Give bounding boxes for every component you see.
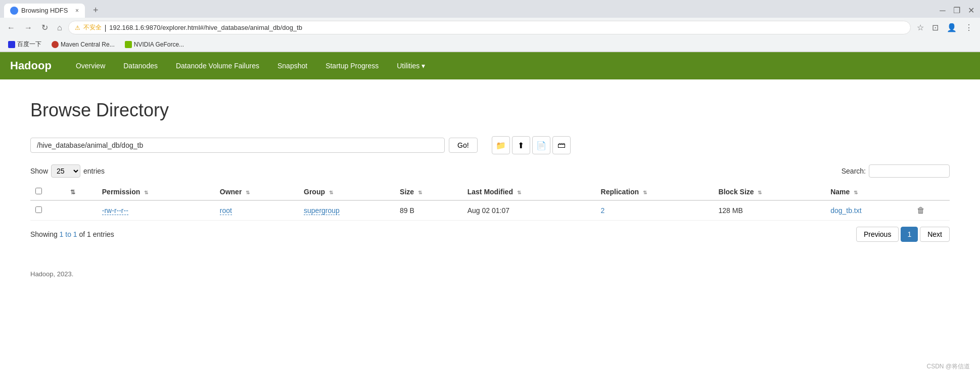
address-separator: | bbox=[105, 24, 107, 32]
showing-suffix: of 1 entries bbox=[77, 230, 114, 238]
copy-action-btn[interactable]: 🗃 bbox=[552, 136, 571, 154]
forward-btn[interactable]: → bbox=[21, 21, 35, 34]
minimize-btn[interactable]: ─ bbox=[938, 6, 948, 16]
col-header-owner[interactable]: Owner ⇅ bbox=[215, 184, 299, 200]
show-label: Show bbox=[30, 167, 48, 175]
maven-label: Maven Central Re... bbox=[61, 41, 115, 48]
close-btn[interactable]: ✕ bbox=[966, 6, 976, 16]
delete-btn[interactable]: 🗑 bbox=[917, 206, 925, 215]
showing-text: Showing 1 to 1 of 1 entries bbox=[30, 230, 114, 238]
split-screen-btn[interactable]: ⊡ bbox=[929, 21, 942, 34]
bookmark-baidu[interactable]: 百度一下 bbox=[4, 38, 45, 50]
home-btn[interactable]: ⌂ bbox=[54, 21, 65, 34]
previous-btn[interactable]: Previous bbox=[856, 227, 899, 242]
col-header-block-size[interactable]: Block Size ⇅ bbox=[714, 184, 826, 200]
row-group: supergroup bbox=[299, 200, 395, 221]
bookmark-nvidia[interactable]: NVIDIA GeForce... bbox=[121, 39, 188, 50]
col-header-sort[interactable]: ⇅ bbox=[65, 184, 97, 200]
nav-link-datanodes[interactable]: Datanodes bbox=[114, 54, 167, 78]
col-header-checkbox bbox=[30, 184, 65, 200]
permission-link[interactable]: -rw-r--r-- bbox=[102, 206, 128, 215]
nav-link-datanode-volume-failures[interactable]: Datanode Volume Failures bbox=[167, 54, 268, 78]
search-label: Search: bbox=[842, 167, 866, 175]
hadoop-brand: Hadoop bbox=[10, 52, 62, 79]
owner-link[interactable]: root bbox=[220, 206, 232, 215]
row-delete-cell: 🗑 bbox=[912, 200, 950, 221]
insecure-label: 不安全 bbox=[83, 23, 102, 32]
menu-btn[interactable]: ⋮ bbox=[962, 21, 976, 34]
replication-link[interactable]: 2 bbox=[601, 206, 605, 215]
go-button[interactable]: Go! bbox=[449, 138, 478, 153]
sort-icon-owner: ⇅ bbox=[246, 190, 250, 195]
title-bar: Browsing HDFS × + ─ ❐ ✕ bbox=[0, 0, 980, 18]
nav-link-snapshot[interactable]: Snapshot bbox=[268, 54, 316, 78]
new-tab-btn[interactable]: + bbox=[89, 3, 103, 18]
main-content: Browse Directory Go! 📁 ⬆ 📄 🗃 Show 10 25 … bbox=[0, 79, 980, 262]
tab-close-btn[interactable]: × bbox=[75, 7, 79, 14]
refresh-btn[interactable]: ↻ bbox=[38, 21, 51, 34]
col-header-replication[interactable]: Replication ⇅ bbox=[596, 184, 714, 200]
col-header-group[interactable]: Group ⇅ bbox=[299, 184, 395, 200]
row-sort-cell bbox=[65, 200, 97, 221]
back-btn[interactable]: ← bbox=[4, 21, 18, 34]
row-name: dog_tb.txt bbox=[825, 200, 912, 221]
address-bar[interactable]: ⚠ 不安全 | bbox=[68, 21, 911, 34]
nav-link-startup-progress[interactable]: Startup Progress bbox=[316, 54, 388, 78]
path-input[interactable] bbox=[30, 138, 445, 153]
nav-link-utilities[interactable]: Utilities ▾ bbox=[388, 54, 434, 78]
col-header-size[interactable]: Size ⇅ bbox=[395, 184, 462, 200]
nvidia-icon bbox=[125, 41, 132, 48]
bookmark-maven[interactable]: Maven Central Re... bbox=[48, 39, 119, 50]
hadoop-navbar: Hadoop Overview Datanodes Datanode Volum… bbox=[0, 52, 980, 79]
file-name-link[interactable]: dog_tb.txt bbox=[830, 206, 862, 215]
file-action-btn[interactable]: 📄 bbox=[532, 136, 550, 154]
footer-text: Hadoop, 2023. bbox=[30, 270, 73, 278]
col-header-name[interactable]: Name ⇅ bbox=[825, 184, 912, 200]
table-row: -rw-r--r-- root supergroup 89 B Aug 02 0… bbox=[30, 200, 950, 221]
select-all-checkbox[interactable] bbox=[35, 188, 42, 194]
bookmark-star-btn[interactable]: ☆ bbox=[914, 21, 927, 34]
row-owner: root bbox=[215, 200, 299, 221]
next-btn[interactable]: Next bbox=[920, 227, 950, 242]
directory-table: ⇅ Permission ⇅ Owner ⇅ Group ⇅ Size ⇅ bbox=[30, 184, 950, 221]
col-header-permission[interactable]: Permission ⇅ bbox=[97, 184, 215, 200]
col-header-last-modified[interactable]: Last Modified ⇅ bbox=[462, 184, 596, 200]
showing-prefix: Showing bbox=[30, 230, 60, 238]
folder-action-btn[interactable]: 📁 bbox=[492, 136, 510, 154]
table-header-row: ⇅ Permission ⇅ Owner ⇅ Group ⇅ Size ⇅ bbox=[30, 184, 950, 200]
window-controls: ─ ❐ ✕ bbox=[938, 6, 976, 16]
nvidia-label: NVIDIA GeForce... bbox=[134, 41, 184, 48]
upload-action-btn[interactable]: ⬆ bbox=[512, 136, 530, 154]
baidu-label: 百度一下 bbox=[17, 40, 41, 49]
sort-icon-replication: ⇅ bbox=[643, 190, 647, 195]
lock-icon: ⚠ bbox=[75, 24, 80, 31]
current-page[interactable]: 1 bbox=[901, 227, 918, 242]
row-checkbox[interactable] bbox=[35, 206, 42, 213]
pagination: Previous 1 Next bbox=[856, 227, 950, 242]
profile-btn[interactable]: 👤 bbox=[944, 21, 960, 34]
search-input[interactable] bbox=[869, 164, 950, 178]
path-row: Go! 📁 ⬆ 📄 🗃 bbox=[30, 136, 950, 154]
sort-icon-last-modified: ⇅ bbox=[517, 190, 521, 195]
tab-favicon bbox=[10, 7, 18, 15]
nav-link-overview[interactable]: Overview bbox=[67, 54, 114, 78]
col-header-delete bbox=[912, 184, 950, 200]
address-input[interactable] bbox=[109, 24, 904, 31]
browser-tab[interactable]: Browsing HDFS × bbox=[4, 4, 85, 18]
entries-select[interactable]: 10 25 50 100 bbox=[51, 164, 80, 178]
sort-icon-name: ⇅ bbox=[854, 190, 858, 195]
maven-icon bbox=[52, 41, 59, 48]
group-link[interactable]: supergroup bbox=[304, 206, 340, 215]
tab-title: Browsing HDFS bbox=[21, 7, 68, 14]
showing-range-link[interactable]: 1 to 1 bbox=[60, 230, 77, 238]
row-last-modified: Aug 02 01:07 bbox=[462, 200, 596, 221]
row-replication: 2 bbox=[596, 200, 714, 221]
page-footer: Hadoop, 2023. bbox=[0, 262, 980, 286]
restore-btn[interactable]: ❐ bbox=[952, 6, 962, 16]
sort-icon-size: ⇅ bbox=[418, 190, 422, 195]
row-size: 89 B bbox=[395, 200, 462, 221]
entries-label: entries bbox=[83, 167, 105, 175]
bookmarks-bar: 百度一下 Maven Central Re... NVIDIA GeForce.… bbox=[0, 37, 980, 52]
action-icons: 📁 ⬆ 📄 🗃 bbox=[492, 136, 571, 154]
show-entries-row: Show 10 25 50 100 entries Search: bbox=[30, 164, 950, 178]
